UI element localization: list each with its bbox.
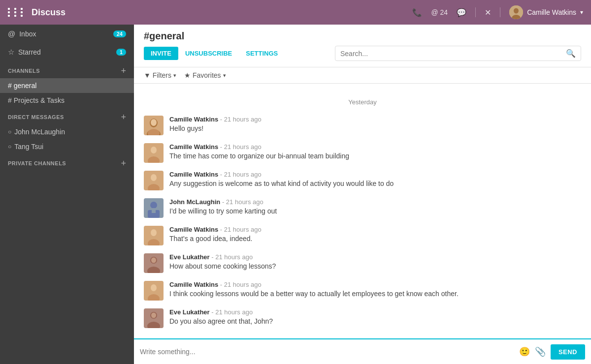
message-content-8: Eve Lukather - 21 hours ago Do you also … xyxy=(169,308,581,327)
sidebar-dm-john[interactable]: ○ John McLaughin xyxy=(0,124,134,139)
channels-section-header: CHANNELS + xyxy=(0,61,134,78)
message-author-2: Camille Watkins xyxy=(169,143,218,151)
right-panel: #general INVITE UNSUBSCRIBE SETTINGS 🔍 ▼… xyxy=(134,25,591,364)
unsubscribe-button[interactable]: UNSUBSCRIBE xyxy=(178,47,239,60)
message-row: Camille Watkins - 21 hours ago The time … xyxy=(144,143,581,163)
filters-chevron: ▾ xyxy=(173,72,176,79)
message-author-7: Camille Watkins xyxy=(169,281,218,288)
favorites-button[interactable]: ★ Favorites ▾ xyxy=(184,71,226,79)
message-content-6: Eve Lukather - 21 hours ago How about so… xyxy=(169,253,581,272)
message-time-6: - 21 hours ago xyxy=(211,253,253,261)
sidebar-item-starred[interactable]: ☆ Starred 1 xyxy=(0,43,134,61)
message-header-1: Camille Watkins - 21 hours ago xyxy=(169,116,581,123)
user-menu[interactable]: Camille Watkins ▾ xyxy=(509,5,583,19)
inbox-badge: 24 xyxy=(113,30,126,37)
add-private-channel-button[interactable]: + xyxy=(121,159,126,168)
filters-button[interactable]: ▼ Filters ▾ xyxy=(144,71,176,79)
avatar-eve-2 xyxy=(144,308,164,328)
message-header-6: Eve Lukather - 21 hours ago xyxy=(169,253,581,261)
user-dropdown-icon: ▾ xyxy=(580,9,583,16)
sidebar-dm-tang[interactable]: ○ Tang Tsui xyxy=(0,139,134,154)
message-header-4: John McLaughin - 21 hours ago xyxy=(169,198,581,206)
svg-point-30 xyxy=(151,313,156,318)
message-header-2: Camille Watkins - 21 hours ago xyxy=(169,143,581,151)
send-button[interactable]: SEND xyxy=(551,344,585,360)
message-content-4: John McLaughin - 21 hours ago I'd be wil… xyxy=(169,198,581,216)
message-author-5: Camille Watkins xyxy=(169,226,218,233)
message-row: Camille Watkins - 21 hours ago Hello guy… xyxy=(144,116,581,135)
close-icon[interactable]: ✕ xyxy=(485,8,491,17)
message-row: Eve Lukather - 21 hours ago How about so… xyxy=(144,253,581,273)
message-author-6: Eve Lukather xyxy=(169,253,210,261)
apps-grid-icon[interactable] xyxy=(8,8,26,17)
channel-title: #general xyxy=(144,30,581,42)
message-time-8: - 21 hours ago xyxy=(211,308,253,316)
search-button[interactable]: 🔍 xyxy=(566,49,576,58)
avatar-camille-2 xyxy=(144,143,164,163)
mention-badge-wrap[interactable]: @ 24 xyxy=(431,8,448,16)
nav-divider2 xyxy=(500,7,500,17)
add-direct-message-button[interactable]: + xyxy=(121,113,126,121)
message-text-1: Hello guys! xyxy=(169,124,581,134)
chat-icon[interactable]: 💬 xyxy=(457,8,466,17)
avatar-camille-1 xyxy=(144,116,164,135)
message-content-5: Camille Watkins - 21 hours ago That's a … xyxy=(169,226,581,244)
nav-divider xyxy=(475,7,476,17)
invite-button[interactable]: INVITE xyxy=(144,47,178,60)
message-text-8: Do you also agree ont that, John? xyxy=(169,317,581,327)
direct-messages-section-header: DIRECT MESSAGES + xyxy=(0,108,134,124)
svg-point-6 xyxy=(151,119,157,126)
sidebar-item-projects-tasks[interactable]: # Projects & Tasks xyxy=(0,93,134,108)
avatar-camille-5 xyxy=(144,226,164,245)
direct-messages-label: DIRECT MESSAGES xyxy=(8,114,64,120)
svg-point-9 xyxy=(151,147,157,153)
star-icon: ☆ xyxy=(8,48,14,57)
nav-icons: 📞 @ 24 💬 ✕ Camille Watkins ▾ xyxy=(412,5,583,19)
message-content-3: Camille Watkins - 21 hours ago Any sugge… xyxy=(169,171,581,189)
svg-point-19 xyxy=(151,229,157,236)
message-content-1: Camille Watkins - 21 hours ago Hello guy… xyxy=(169,116,581,134)
message-text-3: Any suggestion is welcome as to what kin… xyxy=(169,179,581,189)
user-name: Camille Watkins xyxy=(527,8,576,16)
message-author-4: John McLaughin xyxy=(169,198,220,206)
dm-john-label: John McLaughin xyxy=(14,128,65,136)
message-content-7: Camille Watkins - 21 hours ago I think c… xyxy=(169,281,581,299)
avatar-camille-7 xyxy=(144,281,164,301)
sidebar-item-inbox[interactable]: @ Inbox 24 xyxy=(0,25,134,43)
message-time-4: - 21 hours ago xyxy=(222,198,263,206)
message-row: John McLaughin - 21 hours ago I'd be wil… xyxy=(144,198,581,218)
search-input[interactable] xyxy=(340,50,566,58)
svg-rect-17 xyxy=(152,208,156,213)
attachment-button[interactable]: 📎 xyxy=(535,346,546,357)
message-text-5: That's a good idea, indeed. xyxy=(169,234,581,244)
favorites-label: Favorites xyxy=(193,71,221,79)
message-text-7: I think cooking lessons would be a bette… xyxy=(169,289,581,299)
star-favorites-icon: ★ xyxy=(184,71,191,79)
settings-button[interactable]: SETTINGS xyxy=(239,47,285,60)
messages-container: Yesterday Camille Watkins - 21 hour xyxy=(134,84,591,338)
compose-input[interactable] xyxy=(140,348,519,356)
channel-header: #general INVITE UNSUBSCRIBE SETTINGS 🔍 xyxy=(134,25,591,67)
sidebar: @ Inbox 24 ☆ Starred 1 CHANNELS + # gene… xyxy=(0,25,134,364)
sidebar-item-general[interactable]: # general xyxy=(0,78,134,93)
svg-point-26 xyxy=(151,284,157,291)
add-channel-button[interactable]: + xyxy=(121,66,126,75)
dm-circle-tang: ○ xyxy=(8,143,11,150)
message-time-7: - 21 hours ago xyxy=(220,281,262,288)
message-header-3: Camille Watkins - 21 hours ago xyxy=(169,171,581,178)
message-content-2: Camille Watkins - 21 hours ago The time … xyxy=(169,143,581,161)
message-time-3: - 21 hours ago xyxy=(220,171,262,178)
svg-point-1 xyxy=(514,8,519,14)
main-layout: @ Inbox 24 ☆ Starred 1 CHANNELS + # gene… xyxy=(0,25,591,364)
at-icon: @ xyxy=(8,30,15,38)
emoji-button[interactable]: 🙂 xyxy=(519,346,530,357)
message-row: Eve Lukather - 21 hours ago Do you also … xyxy=(144,308,581,328)
message-row: Camille Watkins - 21 hours ago I think c… xyxy=(144,281,581,301)
avatar-eve-1 xyxy=(144,253,164,273)
date-separator: Yesterday xyxy=(144,98,581,106)
svg-point-15 xyxy=(150,202,157,209)
starred-label: Starred xyxy=(18,48,41,56)
phone-icon[interactable]: 📞 xyxy=(412,8,422,17)
user-avatar xyxy=(509,5,523,19)
dm-circle-john: ○ xyxy=(8,128,11,135)
